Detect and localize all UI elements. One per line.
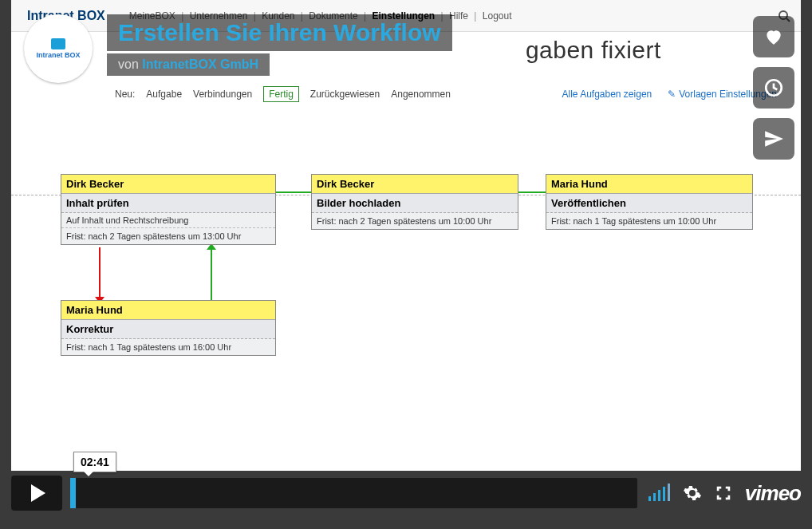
workflow-toolbar: Neu:AufgabeVerbindungenFertigZurückgewie… xyxy=(115,86,777,102)
arrow-reject xyxy=(99,247,101,300)
vimeo-logo[interactable]: vimeo xyxy=(745,481,801,506)
play-button[interactable] xyxy=(11,476,62,511)
workflow-box[interactable]: Dirk BeckerBilder hochladenFrist: nach 2… xyxy=(311,174,518,230)
arrow-3-4 xyxy=(518,191,546,193)
arrow-approve-up xyxy=(211,247,212,300)
settings-button[interactable] xyxy=(683,484,702,503)
arrow-1-3 xyxy=(276,191,311,193)
video-byline: von IntranetBOX GmbH xyxy=(107,53,270,76)
toolbar-tab[interactable]: Fertig xyxy=(263,86,299,102)
workflow-box-owner: Dirk Becker xyxy=(61,175,275,194)
progress-bar[interactable]: 02:41 xyxy=(70,476,637,511)
workflow-box-deadline: Frist: nach 2 Tagen spätestens um 13:00 … xyxy=(61,228,275,244)
volume-button[interactable] xyxy=(648,485,670,501)
toolbar-tab: Neu: xyxy=(115,89,135,100)
toolbar-tab[interactable]: Angenommen xyxy=(391,89,451,100)
watch-later-button[interactable] xyxy=(753,67,794,109)
play-icon xyxy=(31,484,45,502)
workflow-box[interactable]: Dirk BeckerInhalt prüfenAuf Inhalt und R… xyxy=(61,174,276,245)
workflow-box-owner: Maria Hund xyxy=(61,301,275,320)
workflow-box-note: Auf Inhalt und Rechtschreibung xyxy=(61,213,275,228)
workflow-box-deadline: Frist: nach 2 Tagen spätestens um 10:00 … xyxy=(312,213,518,229)
fullscreen-button[interactable] xyxy=(715,484,732,502)
uploader-avatar[interactable]: Intranet BOX xyxy=(24,14,93,83)
share-button[interactable] xyxy=(753,118,794,160)
workflow-box-owner: Dirk Becker xyxy=(312,175,518,194)
like-button[interactable] xyxy=(753,16,794,57)
toolbar-tab[interactable]: Aufgabe xyxy=(146,89,182,100)
time-tooltip: 02:41 xyxy=(73,452,116,472)
workflow-box[interactable]: Maria HundKorrekturFrist: nach 1 Tag spä… xyxy=(61,300,276,356)
workflow-box-title: Korrektur xyxy=(61,320,275,339)
workflow-box-title: Inhalt prüfen xyxy=(61,194,275,213)
workflow-box-title: Bilder hochladen xyxy=(312,194,518,213)
toolbar-tab[interactable]: Zurückgewiesen xyxy=(310,89,380,100)
workflow-box[interactable]: Maria HundVeröffentlichenFrist: nach 1 T… xyxy=(546,174,753,230)
workflow-box-owner: Maria Hund xyxy=(546,175,752,194)
video-side-buttons xyxy=(753,16,794,160)
uploader-link[interactable]: IntranetBOX GmbH xyxy=(142,57,258,71)
workflow-box-deadline: Frist: nach 1 Tag spätestens um 10:00 Uh… xyxy=(546,213,752,229)
workflow-canvas[interactable]: Dirk BeckerInhalt prüfenAuf Inhalt und R… xyxy=(11,112,801,471)
player-controls: 02:41 vimeo xyxy=(11,470,801,516)
toolbar-tab[interactable]: Verbindungen xyxy=(193,89,252,100)
workflow-box-deadline: Frist: nach 1 Tag spätestens um 16:00 Uh… xyxy=(61,339,275,355)
toolbar-link[interactable]: Alle Aufgaben zeigen xyxy=(562,89,652,100)
pencil-icon: ✎ xyxy=(668,89,676,100)
video-title-overlay: Intranet BOX Erstellen Sie Ihren Workflo… xyxy=(24,14,724,83)
workflow-box-title: Veröffentlichen xyxy=(546,194,752,213)
video-title[interactable]: Erstellen Sie Ihren Workflow xyxy=(107,14,452,51)
